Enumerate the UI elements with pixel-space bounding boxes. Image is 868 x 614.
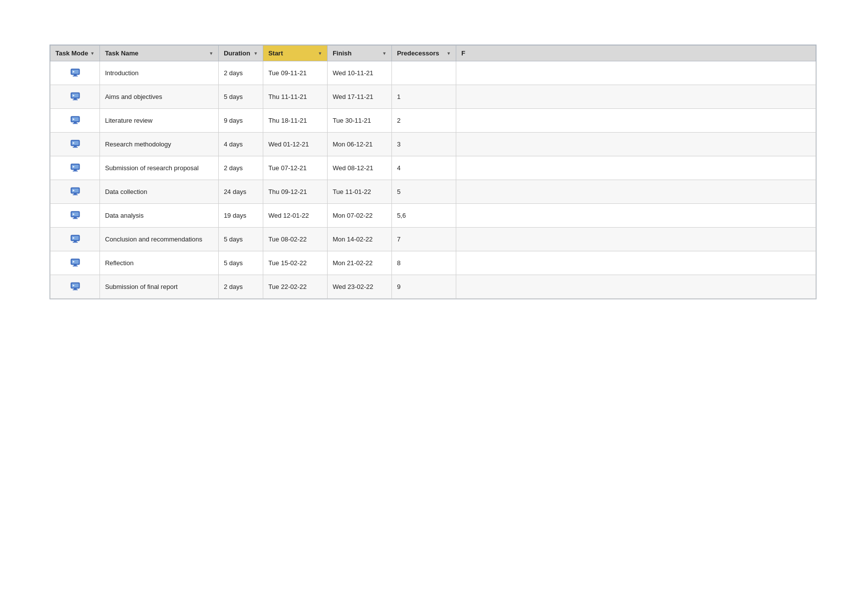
svg-rect-3 bbox=[73, 76, 78, 77]
extra-cell bbox=[456, 180, 816, 204]
extra-cell bbox=[456, 228, 816, 251]
col-dropdown-arrow-predecessors[interactable]: ▼ bbox=[446, 51, 451, 56]
table-row: Aims and objectives5 daysThu 11-11-21Wed… bbox=[50, 85, 816, 109]
predecessors-cell bbox=[392, 61, 456, 85]
task-mode-cell bbox=[50, 109, 100, 133]
table-header-row: Task Mode ▼ Task Name ▼ Duration ▼ bbox=[50, 46, 816, 61]
start-cell: Thu 11-11-21 bbox=[263, 85, 328, 109]
table-row: Data analysis19 daysWed 12-01-22Mon 07-0… bbox=[50, 204, 816, 228]
col-header-start[interactable]: Start ▼ bbox=[263, 46, 328, 61]
page: Task Mode ▼ Task Name ▼ Duration ▼ bbox=[0, 0, 868, 614]
col-header-task-mode-label: Task Mode bbox=[55, 49, 88, 57]
task-name-cell: Conclusion and recommendations bbox=[100, 228, 219, 251]
table-row: Reflection5 daysTue 15-02-22Mon 21-02-22… bbox=[50, 251, 816, 275]
table-row: Submission of research proposal2 daysTue… bbox=[50, 156, 816, 180]
task-mode-icon bbox=[70, 187, 81, 195]
col-header-predecessors-label: Predecessors bbox=[397, 49, 439, 57]
task-mode-icon bbox=[70, 258, 81, 267]
col-header-task-mode[interactable]: Task Mode ▼ bbox=[50, 46, 100, 61]
col-header-task-name[interactable]: Task Name ▼ bbox=[100, 46, 219, 61]
table-row: Introduction2 daysTue 09-11-21Wed 10-11-… bbox=[50, 61, 816, 85]
task-name-cell: Aims and objectives bbox=[100, 85, 219, 109]
task-mode-cell bbox=[50, 204, 100, 228]
start-cell: Tue 08-02-22 bbox=[263, 228, 328, 251]
extra-cell bbox=[456, 204, 816, 228]
col-dropdown-arrow-task-mode[interactable]: ▼ bbox=[90, 51, 95, 56]
gantt-table: Task Mode ▼ Task Name ▼ Duration ▼ bbox=[50, 45, 816, 299]
task-mode-icon bbox=[70, 163, 81, 172]
duration-cell: 2 days bbox=[219, 61, 263, 85]
duration-cell: 9 days bbox=[219, 109, 263, 133]
start-cell: Tue 22-02-22 bbox=[263, 275, 328, 299]
duration-cell: 24 days bbox=[219, 180, 263, 204]
task-mode-icon bbox=[70, 282, 81, 290]
start-cell: Tue 15-02-22 bbox=[263, 251, 328, 275]
task-mode-cell bbox=[50, 275, 100, 299]
svg-rect-33 bbox=[73, 218, 78, 219]
predecessors-cell: 8 bbox=[392, 251, 456, 275]
task-name-cell: Reflection bbox=[100, 251, 219, 275]
task-name-cell: Data collection bbox=[100, 180, 219, 204]
duration-cell: 2 days bbox=[219, 156, 263, 180]
finish-cell: Wed 08-12-21 bbox=[328, 156, 392, 180]
col-dropdown-arrow-start[interactable]: ▼ bbox=[318, 51, 322, 56]
task-name-cell: Research methodology bbox=[100, 133, 219, 156]
table-row: Research methodology4 daysWed 01-12-21Mo… bbox=[50, 133, 816, 156]
task-name-cell: Literature review bbox=[100, 109, 219, 133]
table-row: Submission of final report2 daysTue 22-0… bbox=[50, 275, 816, 299]
start-cell: Wed 01-12-21 bbox=[263, 133, 328, 156]
svg-rect-7 bbox=[74, 98, 77, 99]
svg-rect-17 bbox=[74, 146, 77, 147]
svg-rect-27 bbox=[74, 193, 77, 194]
task-name-cell: Submission of final report bbox=[100, 275, 219, 299]
col-header-duration-label: Duration bbox=[224, 49, 250, 57]
finish-cell: Tue 11-01-22 bbox=[328, 180, 392, 204]
duration-cell: 5 days bbox=[219, 228, 263, 251]
svg-rect-28 bbox=[73, 194, 78, 195]
col-dropdown-arrow-duration[interactable]: ▼ bbox=[253, 51, 258, 56]
col-header-extra: F bbox=[456, 46, 816, 61]
table-row: Literature review9 daysThu 18-11-21Tue 3… bbox=[50, 109, 816, 133]
task-mode-cell bbox=[50, 180, 100, 204]
start-cell: Wed 12-01-22 bbox=[263, 204, 328, 228]
col-header-predecessors[interactable]: Predecessors ▼ bbox=[392, 46, 456, 61]
svg-rect-12 bbox=[74, 122, 77, 123]
duration-cell: 5 days bbox=[219, 251, 263, 275]
start-cell: Thu 18-11-21 bbox=[263, 109, 328, 133]
finish-cell: Mon 06-12-21 bbox=[328, 133, 392, 156]
finish-cell: Mon 07-02-22 bbox=[328, 204, 392, 228]
finish-cell: Mon 14-02-22 bbox=[328, 228, 392, 251]
task-name-cell: Data analysis bbox=[100, 204, 219, 228]
col-header-finish[interactable]: Finish ▼ bbox=[328, 46, 392, 61]
table-row: Conclusion and recommendations5 daysTue … bbox=[50, 228, 816, 251]
col-header-duration[interactable]: Duration ▼ bbox=[219, 46, 263, 61]
finish-cell: Mon 21-02-22 bbox=[328, 251, 392, 275]
col-dropdown-arrow-finish[interactable]: ▼ bbox=[382, 51, 386, 56]
extra-cell bbox=[456, 156, 816, 180]
col-dropdown-arrow-task-name[interactable]: ▼ bbox=[209, 51, 213, 56]
svg-rect-38 bbox=[73, 242, 78, 243]
predecessors-cell: 9 bbox=[392, 275, 456, 299]
task-mode-cell bbox=[50, 133, 100, 156]
extra-cell bbox=[456, 133, 816, 156]
svg-rect-43 bbox=[73, 266, 78, 267]
start-cell: Thu 09-12-21 bbox=[263, 180, 328, 204]
task-mode-cell bbox=[50, 251, 100, 275]
col-header-finish-label: Finish bbox=[333, 49, 351, 57]
task-mode-cell bbox=[50, 228, 100, 251]
extra-cell bbox=[456, 85, 816, 109]
gantt-table-container: Task Mode ▼ Task Name ▼ Duration ▼ bbox=[49, 45, 817, 299]
predecessors-cell: 1 bbox=[392, 85, 456, 109]
task-mode-cell bbox=[50, 61, 100, 85]
col-header-start-label: Start bbox=[268, 49, 283, 57]
predecessors-cell: 2 bbox=[392, 109, 456, 133]
task-mode-icon bbox=[70, 115, 81, 124]
table-row: Data collection24 daysThu 09-12-21Tue 11… bbox=[50, 180, 816, 204]
svg-rect-18 bbox=[73, 147, 78, 148]
svg-rect-47 bbox=[74, 288, 77, 289]
finish-cell: Wed 23-02-22 bbox=[328, 275, 392, 299]
svg-rect-22 bbox=[74, 170, 77, 171]
task-mode-icon bbox=[70, 68, 81, 77]
col-header-extra-label: F bbox=[461, 49, 465, 57]
predecessors-cell: 4 bbox=[392, 156, 456, 180]
